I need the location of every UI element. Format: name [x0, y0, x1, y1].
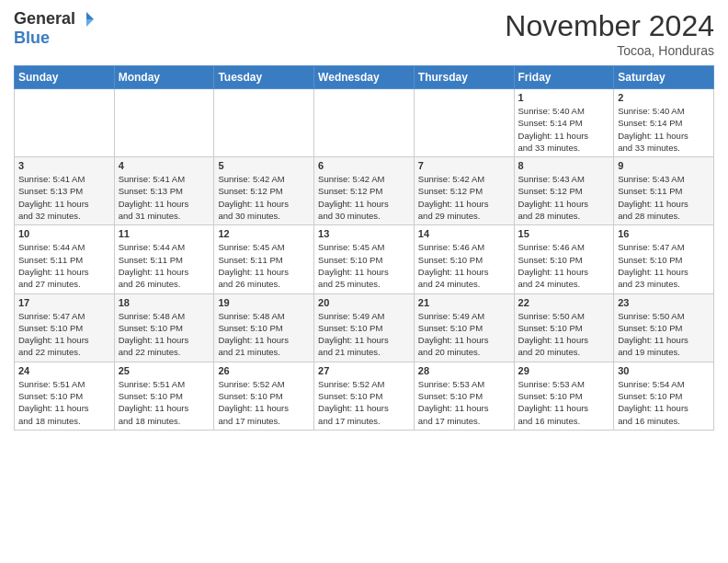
calendar-cell — [214, 89, 314, 157]
day-number: 6 — [318, 160, 410, 171]
logo-blue-text: Blue — [14, 29, 50, 48]
day-info: Sunrise: 5:42 AMSunset: 5:12 PMDaylight:… — [318, 173, 410, 222]
day-number: 17 — [18, 297, 110, 308]
day-info: Sunrise: 5:47 AMSunset: 5:10 PMDaylight:… — [18, 310, 110, 359]
calendar-day-header: Monday — [114, 66, 214, 89]
day-info: Sunrise: 5:44 AMSunset: 5:11 PMDaylight:… — [18, 241, 110, 290]
location: Tocoa, Honduras — [505, 43, 714, 58]
calendar-cell: 30Sunrise: 5:54 AMSunset: 5:10 PMDayligh… — [614, 362, 714, 430]
day-info: Sunrise: 5:41 AMSunset: 5:13 PMDaylight:… — [18, 173, 110, 222]
day-info: Sunrise: 5:50 AMSunset: 5:10 PMDaylight:… — [518, 310, 610, 359]
calendar-cell: 2Sunrise: 5:40 AMSunset: 5:14 PMDaylight… — [614, 89, 714, 157]
logo: General Blue — [14, 9, 96, 48]
calendar-cell: 9Sunrise: 5:43 AMSunset: 5:11 PMDaylight… — [614, 157, 714, 225]
day-info: Sunrise: 5:43 AMSunset: 5:11 PMDaylight:… — [618, 173, 710, 222]
calendar-cell: 17Sunrise: 5:47 AMSunset: 5:10 PMDayligh… — [15, 293, 115, 362]
day-info: Sunrise: 5:47 AMSunset: 5:10 PMDaylight:… — [618, 241, 710, 290]
day-info: Sunrise: 5:52 AMSunset: 5:10 PMDaylight:… — [218, 378, 310, 427]
calendar-cell: 4Sunrise: 5:41 AMSunset: 5:13 PMDaylight… — [114, 157, 214, 225]
calendar-cell — [114, 89, 214, 157]
calendar-cell: 18Sunrise: 5:48 AMSunset: 5:10 PMDayligh… — [114, 293, 214, 362]
calendar-cell — [414, 89, 514, 157]
calendar-cell: 3Sunrise: 5:41 AMSunset: 5:13 PMDaylight… — [15, 157, 115, 225]
calendar-cell: 1Sunrise: 5:40 AMSunset: 5:14 PMDaylight… — [514, 89, 614, 157]
day-info: Sunrise: 5:46 AMSunset: 5:10 PMDaylight:… — [418, 241, 510, 290]
calendar-cell: 5Sunrise: 5:42 AMSunset: 5:12 PMDaylight… — [214, 157, 314, 225]
day-number: 27 — [318, 365, 410, 376]
day-info: Sunrise: 5:40 AMSunset: 5:14 PMDaylight:… — [518, 105, 610, 154]
day-info: Sunrise: 5:45 AMSunset: 5:11 PMDaylight:… — [218, 241, 310, 290]
day-info: Sunrise: 5:48 AMSunset: 5:10 PMDaylight:… — [218, 310, 310, 359]
calendar-week-row: 1Sunrise: 5:40 AMSunset: 5:14 PMDaylight… — [15, 89, 714, 157]
day-info: Sunrise: 5:42 AMSunset: 5:12 PMDaylight:… — [418, 173, 510, 222]
calendar-cell: 22Sunrise: 5:50 AMSunset: 5:10 PMDayligh… — [514, 293, 614, 362]
page: General Blue November 2024 Tocoa, Hondur… — [0, 0, 728, 444]
day-info: Sunrise: 5:54 AMSunset: 5:10 PMDaylight:… — [618, 378, 710, 427]
logo-icon — [77, 10, 96, 29]
calendar-cell — [15, 89, 115, 157]
calendar-header-row: SundayMondayTuesdayWednesdayThursdayFrid… — [15, 66, 714, 89]
day-number: 2 — [618, 92, 710, 103]
calendar-week-row: 24Sunrise: 5:51 AMSunset: 5:10 PMDayligh… — [15, 362, 714, 430]
day-number: 8 — [518, 160, 610, 171]
calendar-cell: 13Sunrise: 5:45 AMSunset: 5:10 PMDayligh… — [314, 225, 415, 293]
calendar-cell: 11Sunrise: 5:44 AMSunset: 5:11 PMDayligh… — [114, 225, 214, 293]
calendar-cell: 19Sunrise: 5:48 AMSunset: 5:10 PMDayligh… — [214, 293, 314, 362]
title-area: November 2024 Tocoa, Honduras — [505, 9, 714, 58]
day-number: 10 — [18, 228, 110, 239]
day-info: Sunrise: 5:40 AMSunset: 5:14 PMDaylight:… — [618, 105, 710, 154]
day-info: Sunrise: 5:42 AMSunset: 5:12 PMDaylight:… — [218, 173, 310, 222]
day-number: 19 — [218, 297, 310, 308]
calendar-day-header: Sunday — [15, 66, 115, 89]
calendar-day-header: Thursday — [414, 66, 514, 89]
day-number: 3 — [18, 160, 110, 171]
day-number: 14 — [418, 228, 510, 239]
day-number: 26 — [218, 365, 310, 376]
day-number: 16 — [618, 228, 710, 239]
day-number: 18 — [119, 297, 210, 308]
calendar-cell: 14Sunrise: 5:46 AMSunset: 5:10 PMDayligh… — [414, 225, 514, 293]
calendar-cell: 15Sunrise: 5:46 AMSunset: 5:10 PMDayligh… — [514, 225, 614, 293]
calendar-cell: 7Sunrise: 5:42 AMSunset: 5:12 PMDaylight… — [414, 157, 514, 225]
day-info: Sunrise: 5:51 AMSunset: 5:10 PMDaylight:… — [18, 378, 110, 427]
day-info: Sunrise: 5:45 AMSunset: 5:10 PMDaylight:… — [318, 241, 410, 290]
day-number: 11 — [119, 228, 210, 239]
month-title: November 2024 — [505, 9, 714, 43]
day-info: Sunrise: 5:48 AMSunset: 5:10 PMDaylight:… — [119, 310, 210, 359]
svg-marker-0 — [86, 12, 94, 19]
day-number: 9 — [618, 160, 710, 171]
calendar-cell: 16Sunrise: 5:47 AMSunset: 5:10 PMDayligh… — [614, 225, 714, 293]
logo-general-text: General — [14, 9, 75, 29]
calendar-week-row: 3Sunrise: 5:41 AMSunset: 5:13 PMDaylight… — [15, 157, 714, 225]
day-info: Sunrise: 5:46 AMSunset: 5:10 PMDaylight:… — [518, 241, 610, 290]
day-number: 12 — [218, 228, 310, 239]
calendar-cell: 10Sunrise: 5:44 AMSunset: 5:11 PMDayligh… — [15, 225, 115, 293]
day-number: 1 — [518, 92, 610, 103]
calendar-cell: 28Sunrise: 5:53 AMSunset: 5:10 PMDayligh… — [414, 362, 514, 430]
day-info: Sunrise: 5:50 AMSunset: 5:10 PMDaylight:… — [618, 310, 710, 359]
calendar-cell: 29Sunrise: 5:53 AMSunset: 5:10 PMDayligh… — [514, 362, 614, 430]
calendar-day-header: Wednesday — [314, 66, 415, 89]
calendar-week-row: 10Sunrise: 5:44 AMSunset: 5:11 PMDayligh… — [15, 225, 714, 293]
day-info: Sunrise: 5:44 AMSunset: 5:11 PMDaylight:… — [119, 241, 210, 290]
calendar-cell: 25Sunrise: 5:51 AMSunset: 5:10 PMDayligh… — [114, 362, 214, 430]
day-number: 22 — [518, 297, 610, 308]
calendar-cell: 27Sunrise: 5:52 AMSunset: 5:10 PMDayligh… — [314, 362, 415, 430]
calendar-day-header: Friday — [514, 66, 614, 89]
calendar-cell — [314, 89, 415, 157]
day-number: 28 — [418, 365, 510, 376]
calendar-cell: 8Sunrise: 5:43 AMSunset: 5:12 PMDaylight… — [514, 157, 614, 225]
calendar-table: SundayMondayTuesdayWednesdayThursdayFrid… — [14, 65, 714, 431]
day-number: 29 — [518, 365, 610, 376]
svg-marker-1 — [86, 19, 94, 27]
calendar-cell: 21Sunrise: 5:49 AMSunset: 5:10 PMDayligh… — [414, 293, 514, 362]
day-info: Sunrise: 5:41 AMSunset: 5:13 PMDaylight:… — [119, 173, 210, 222]
day-number: 25 — [119, 365, 210, 376]
header: General Blue November 2024 Tocoa, Hondur… — [14, 9, 714, 58]
day-number: 23 — [618, 297, 710, 308]
calendar-cell: 20Sunrise: 5:49 AMSunset: 5:10 PMDayligh… — [314, 293, 415, 362]
calendar-cell: 26Sunrise: 5:52 AMSunset: 5:10 PMDayligh… — [214, 362, 314, 430]
day-info: Sunrise: 5:53 AMSunset: 5:10 PMDaylight:… — [518, 378, 610, 427]
day-info: Sunrise: 5:51 AMSunset: 5:10 PMDaylight:… — [119, 378, 210, 427]
day-number: 7 — [418, 160, 510, 171]
